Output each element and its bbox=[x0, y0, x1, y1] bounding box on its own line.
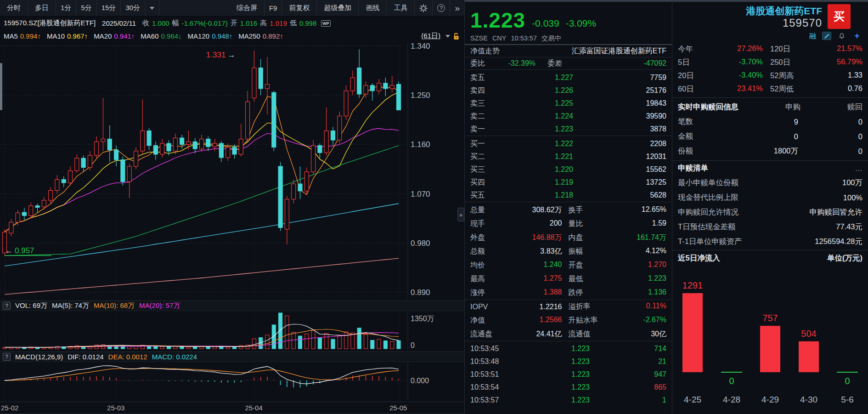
stat-cell: 最低1.223 bbox=[569, 274, 667, 284]
buy-button[interactable]: 买 bbox=[828, 4, 851, 29]
subscription-row: 份额1800万0 bbox=[672, 144, 868, 159]
bid-row[interactable]: 买五1.2185628 bbox=[465, 189, 672, 202]
stat-label: 涨停 bbox=[470, 288, 485, 298]
stat-cell: IOPV1.2216 bbox=[470, 303, 569, 311]
high-label: 高 bbox=[260, 19, 267, 28]
volume-ma20: MA(20): 57万 bbox=[139, 301, 180, 310]
candlestick-chart[interactable]: 1.3401.2501.1601.0700.9800.8901.331→←0.9… bbox=[0, 42, 465, 299]
subscription-value-1: 0 bbox=[693, 132, 798, 141]
macd-help-icon[interactable]: ? bbox=[3, 353, 11, 361]
tab-15min[interactable]: 15分 bbox=[97, 0, 121, 16]
svg-text:5-6: 5-6 bbox=[841, 395, 853, 404]
stat-cell: 流通盘24.41亿 bbox=[470, 329, 569, 339]
redemption-row-label: 现金替代比例上限 bbox=[678, 193, 738, 203]
stat-cell: 总量308.62万 bbox=[470, 205, 569, 215]
stat-cell: 量比1.59 bbox=[569, 219, 667, 229]
redemption-row-value: 1256594.28元 bbox=[742, 237, 862, 247]
ask-row[interactable]: 卖二1.22439590 bbox=[465, 110, 672, 123]
edit-icon[interactable] bbox=[822, 32, 831, 40]
tab-1min[interactable]: 1分 bbox=[56, 0, 76, 16]
ask-row[interactable]: 卖一1.2233878 bbox=[465, 123, 672, 136]
bid-row[interactable]: 买三1.22015562 bbox=[465, 163, 672, 176]
stat-cell: 现手200 bbox=[470, 219, 569, 229]
tab-5min[interactable]: 5分 bbox=[76, 0, 96, 16]
stat-cell: 换手12.65% bbox=[569, 205, 667, 215]
bid-row-price: 1.220 bbox=[500, 165, 573, 174]
ma20-value: 0.941↑ bbox=[114, 32, 135, 40]
side-header: 港股通创新药ETF 159570 买 bbox=[672, 2, 868, 30]
add-to-watchlist-icon[interactable]: + bbox=[852, 32, 862, 40]
redemption-more-button[interactable]: … bbox=[708, 164, 862, 173]
bid-row[interactable]: 买一1.2222208 bbox=[465, 137, 672, 150]
stat-label: 净值 bbox=[470, 316, 485, 325]
tick-price: 1.223 bbox=[521, 357, 590, 366]
draw-line-button[interactable]: 画线 bbox=[359, 0, 387, 16]
period-dropdown[interactable] bbox=[145, 0, 159, 16]
ask-row[interactable]: 卖五1.2277759 bbox=[465, 71, 672, 84]
redemption-section-header: 申赎清单 … bbox=[672, 161, 868, 176]
svg-text:4-28: 4-28 bbox=[723, 395, 740, 404]
margin-trading-icon[interactable]: 融 bbox=[809, 32, 816, 40]
macd-chart[interactable]: 0.000 bbox=[0, 362, 465, 400]
composite-screen-button[interactable]: 综合屏 bbox=[230, 0, 265, 16]
tab-timeshare[interactable]: 分时 bbox=[0, 0, 28, 16]
redemption-row-value: 100万 bbox=[738, 178, 862, 188]
subscription-row-label: 笔数 bbox=[678, 117, 693, 127]
selected-date: 2025/02/11 bbox=[102, 19, 136, 27]
bid-row[interactable]: 买四1.21913725 bbox=[465, 176, 672, 189]
stat-label: 均价 bbox=[470, 261, 485, 270]
ask-row-price: 1.224 bbox=[500, 112, 573, 120]
help-button[interactable]: ? bbox=[433, 0, 450, 16]
svg-text:0.890: 0.890 bbox=[411, 288, 430, 297]
ask-row[interactable]: 卖三1.22519843 bbox=[465, 97, 672, 110]
perf-label: 20日 bbox=[678, 71, 694, 81]
etf-code: 159570 bbox=[783, 17, 822, 29]
super-overlay-button[interactable]: 超级叠加 bbox=[317, 0, 359, 16]
alert-bell-icon[interactable] bbox=[837, 32, 846, 40]
tick-time: 10:53:45 bbox=[470, 345, 521, 353]
period-selector[interactable]: (61日) bbox=[421, 32, 440, 40]
bid-row-volume: 15562 bbox=[573, 165, 666, 174]
toolbar-more-button[interactable]: » bbox=[450, 0, 464, 16]
redemption-row-label: 最小申赎单位份额 bbox=[678, 178, 738, 188]
f9-button[interactable]: F9 bbox=[265, 0, 282, 16]
subscription-row-label: 金额 bbox=[678, 131, 693, 142]
settings-button[interactable] bbox=[415, 0, 433, 16]
left-splitter-handle[interactable] bbox=[0, 63, 2, 110]
stat-row: 最高1.275最低1.223 bbox=[465, 272, 672, 286]
volume-chart[interactable]: 1350万0 bbox=[0, 311, 465, 350]
ask-levels: 卖五1.2277759卖四1.22625176卖三1.22519843卖二1.2… bbox=[465, 70, 672, 136]
ask-row-price: 1.227 bbox=[500, 74, 573, 82]
perf-label: 120日 bbox=[770, 44, 790, 54]
tick-list: 10:53:451.22371410:53:481.2232110:53:511… bbox=[465, 341, 672, 414]
ask-row-volume: 25176 bbox=[573, 86, 666, 95]
lock-icon[interactable] bbox=[453, 33, 460, 40]
stat-label: 升贴水率 bbox=[569, 316, 598, 325]
wp-badge-icon[interactable]: WP bbox=[321, 20, 331, 27]
panel-expand-button[interactable]: » bbox=[457, 208, 464, 221]
tools-button[interactable]: 工具 bbox=[387, 0, 415, 16]
tab-multiday[interactable]: 多日 bbox=[28, 0, 56, 16]
stat-value: -2.67% bbox=[598, 316, 667, 325]
stat-value: 24.41亿 bbox=[492, 329, 562, 339]
nav-trend-row[interactable]: 净值走势 汇添富国证港股通创新药ETF bbox=[465, 45, 672, 57]
stat-cell: 振幅4.12% bbox=[569, 247, 667, 256]
ask-row[interactable]: 卖四1.22625176 bbox=[465, 84, 672, 97]
bid-row-volume: 12031 bbox=[573, 153, 666, 161]
tick-row: 10:53:571.2231 bbox=[465, 394, 672, 407]
bid-levels: 买一1.2222208买二1.22112031买三1.22015562买四1.2… bbox=[465, 136, 672, 202]
nav-trend-label: 净值走势 bbox=[470, 46, 500, 56]
tab-30min[interactable]: 30分 bbox=[121, 0, 145, 16]
net-inflow-bar-chart: 12914-2504-287574-295044-3005-6 bbox=[672, 266, 868, 412]
period-caret-icon[interactable] bbox=[445, 35, 450, 38]
ask-row-price: 1.225 bbox=[500, 99, 573, 108]
bid-row[interactable]: 买二1.22112031 bbox=[465, 150, 672, 163]
forward-adjust-button[interactable]: 前复权 bbox=[282, 0, 317, 16]
ma10-label: MA10 bbox=[47, 32, 65, 40]
volume-help-icon[interactable]: ? bbox=[3, 302, 11, 310]
tick-volume: 1 bbox=[590, 396, 666, 404]
stat-row: IOPV1.2216溢折率0.11% bbox=[465, 300, 672, 313]
close-label: 收 bbox=[142, 19, 149, 28]
stat-label: 外盘 bbox=[470, 233, 485, 243]
help-icon: ? bbox=[437, 4, 445, 12]
